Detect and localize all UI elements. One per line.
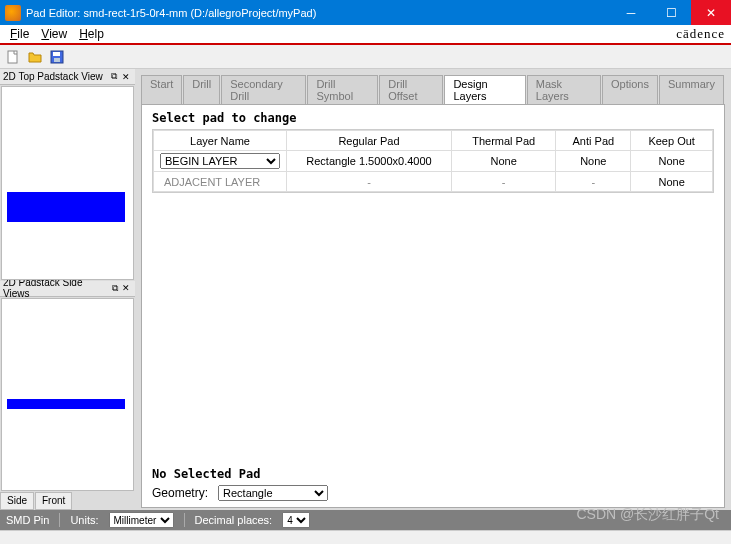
svg-rect-3 (54, 58, 60, 62)
tab-drill-symbol[interactable]: Drill Symbol (307, 75, 378, 104)
toolbar (0, 45, 731, 69)
units-label: Units: (70, 514, 98, 526)
cell-regular[interactable]: - (287, 172, 452, 192)
menu-view[interactable]: View (35, 27, 73, 41)
app-icon (5, 5, 21, 21)
top-view-canvas[interactable] (1, 86, 134, 280)
tab-side[interactable]: Side (0, 492, 34, 510)
workspace: 2D Top Padstack View ⧉ ✕ 2D Padstack Sid… (0, 69, 731, 510)
svg-rect-2 (53, 52, 60, 56)
tab-bar: Start Drill Secondary Drill Drill Symbol… (141, 75, 725, 104)
tab-secondary-drill[interactable]: Secondary Drill (221, 75, 306, 104)
units-select[interactable]: Millimeter (109, 512, 174, 528)
undock-icon[interactable]: ⧉ (108, 71, 120, 82)
main-area: Start Drill Secondary Drill Drill Symbol… (135, 69, 731, 510)
cell-regular[interactable]: Rectangle 1.5000x0.4000 (287, 151, 452, 172)
table-header-row: Layer Name Regular Pad Thermal Pad Anti … (154, 131, 713, 151)
cell-thermal[interactable]: None (452, 151, 556, 172)
tab-design-layers[interactable]: Design Layers (444, 75, 525, 104)
tab-start[interactable]: Start (141, 75, 182, 104)
tab-options[interactable]: Options (602, 75, 658, 104)
close-pane-icon[interactable]: ✕ (120, 72, 132, 82)
table-row[interactable]: BEGIN LAYER Rectangle 1.5000x0.4000 None… (154, 151, 713, 172)
close-pane-icon[interactable]: ✕ (120, 283, 132, 293)
cell-keepout[interactable]: None (631, 172, 713, 192)
close-button[interactable]: ✕ (691, 0, 731, 25)
layer-table: Layer Name Regular Pad Thermal Pad Anti … (152, 129, 714, 193)
col-anti-pad: Anti Pad (556, 131, 631, 151)
side-view-header: 2D Padstack Side Views ⧉ ✕ (0, 281, 135, 297)
col-thermal-pad: Thermal Pad (452, 131, 556, 151)
decimal-select[interactable]: 4 (282, 512, 310, 528)
geometry-label: Geometry: (152, 486, 208, 500)
top-view-title: 2D Top Padstack View (3, 71, 103, 82)
col-regular-pad: Regular Pad (287, 131, 452, 151)
menu-help[interactable]: Help (73, 27, 110, 41)
cell-keepout[interactable]: None (631, 151, 713, 172)
new-file-button[interactable] (3, 47, 23, 67)
mode-label: SMD Pin (6, 514, 49, 526)
side-panel: 2D Top Padstack View ⧉ ✕ 2D Padstack Sid… (0, 69, 135, 510)
decimal-label: Decimal places: (195, 514, 273, 526)
tab-drill-offset[interactable]: Drill Offset (379, 75, 443, 104)
pad-shape-side (7, 399, 125, 409)
title-bar: Pad Editor: smd-rect-1r5-0r4-mm (D:/alle… (0, 0, 731, 25)
tab-drill[interactable]: Drill (183, 75, 220, 104)
menu-file[interactable]: File (4, 27, 35, 41)
top-view-header: 2D Top Padstack View ⧉ ✕ (0, 69, 135, 85)
side-view-canvas[interactable] (1, 298, 134, 492)
layer-select[interactable]: BEGIN LAYER (160, 153, 280, 169)
status-bar: SMD Pin Units: Millimeter Decimal places… (0, 510, 731, 530)
pad-shape-top (7, 192, 125, 222)
minimize-button[interactable]: ─ (611, 0, 651, 25)
tab-front[interactable]: Front (35, 492, 72, 510)
col-layer-name: Layer Name (154, 131, 287, 151)
side-view-title: 2D Padstack Side Views (3, 277, 109, 299)
side-view-tabs: Side Front (0, 492, 135, 510)
cell-anti[interactable]: - (556, 172, 631, 192)
svg-rect-0 (8, 51, 17, 63)
undock-icon[interactable]: ⧉ (109, 283, 121, 294)
table-row[interactable]: ADJACENT LAYER - - - None (154, 172, 713, 192)
maximize-button[interactable]: ☐ (651, 0, 691, 25)
tab-summary[interactable]: Summary (659, 75, 724, 104)
tab-content: Select pad to change Layer Name Regular … (141, 104, 725, 508)
open-file-button[interactable] (25, 47, 45, 67)
save-file-button[interactable] (47, 47, 67, 67)
tab-mask-layers[interactable]: Mask Layers (527, 75, 601, 104)
col-keep-out: Keep Out (631, 131, 713, 151)
no-selected-title: No Selected Pad (152, 467, 714, 481)
cell-thermal[interactable]: - (452, 172, 556, 192)
select-pad-title: Select pad to change (152, 111, 714, 125)
geometry-select[interactable]: Rectangle (218, 485, 328, 501)
brand-label: cādence (676, 26, 731, 42)
window-title: Pad Editor: smd-rect-1r5-0r4-mm (D:/alle… (26, 7, 611, 19)
footer-bar (0, 530, 731, 544)
cell-layer: ADJACENT LAYER (154, 172, 287, 192)
menu-bar: File View Help cādence (0, 25, 731, 45)
cell-anti[interactable]: None (556, 151, 631, 172)
